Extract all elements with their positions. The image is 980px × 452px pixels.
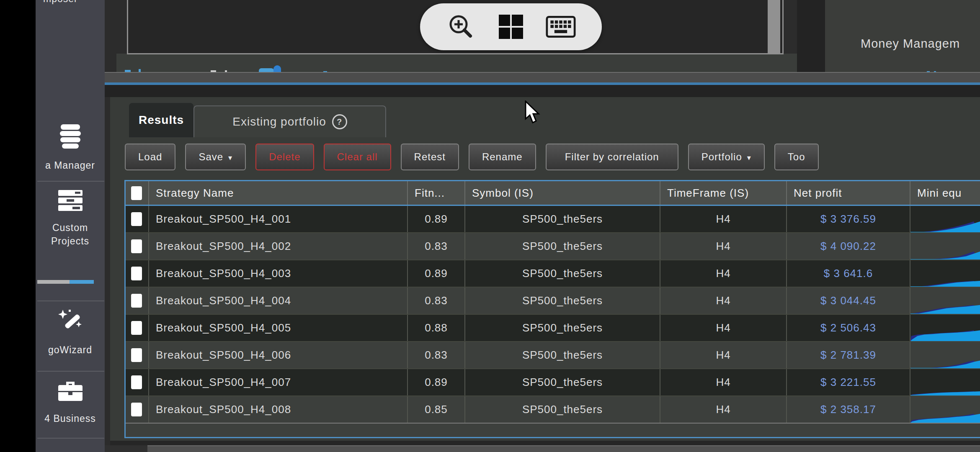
mini-equity-chart [910, 290, 980, 314]
mini-equity-chart [910, 236, 980, 259]
column-header-label: Strategy Name [156, 187, 234, 200]
column-header-symbol[interactable]: Symbol (IS) [465, 181, 660, 205]
table-row[interactable]: Breakout_SP500_H4_0070.89SP500_the5ersH4… [126, 368, 980, 396]
row-checkbox[interactable] [131, 294, 142, 308]
table-row[interactable]: Breakout_SP500_H4_0060.83SP500_the5ersH4… [126, 341, 980, 368]
column-header-timeframe[interactable]: TimeFrame (IS) [660, 181, 787, 205]
sidebar-item-label: Custom Projects [36, 221, 105, 248]
column-header-net_profit[interactable]: Net profit [787, 181, 910, 205]
cell-strategy-name: Breakout_SP500_H4_002 [149, 233, 408, 259]
sidebar-item-algowizard[interactable]: goWizard [36, 309, 105, 357]
row-checkbox[interactable] [131, 403, 142, 416]
button-rename[interactable]: Rename [469, 144, 536, 170]
chevron-down-icon: ▾ [747, 153, 751, 162]
left-black-strip [0, 0, 36, 452]
horizontal-splitter[interactable] [105, 72, 980, 82]
vertical-scrollbar-thumb[interactable] [768, 0, 780, 54]
column-header-check[interactable] [126, 181, 149, 205]
row-checkbox[interactable] [131, 348, 142, 362]
column-header-label: TimeFrame (IS) [667, 187, 749, 200]
cell-fitness-text: 0.85 [425, 403, 448, 416]
cell-timeframe: H4 [660, 260, 787, 287]
server-icon [36, 189, 105, 214]
sidebar-item-data-manager[interactable]: a Manager [36, 124, 105, 172]
cell-symbol: SP500_the5ers [465, 206, 660, 232]
mini-equity-chart [910, 209, 980, 232]
wand-icon [36, 309, 105, 336]
cell-checkbox [126, 342, 149, 368]
grid-icon[interactable] [496, 12, 526, 42]
tab-results[interactable]: Results [129, 103, 193, 137]
row-checkbox[interactable] [131, 239, 142, 253]
cell-net-profit-text: $ 3 641.6 [824, 267, 873, 280]
sidebar-item-label: goWizard [36, 343, 105, 357]
cell-symbol-text: SP500_the5ers [522, 267, 603, 280]
cell-checkbox [126, 233, 149, 259]
cell-checkbox [126, 206, 149, 232]
cell-strategy-name: Breakout_SP500_H4_004 [149, 288, 408, 314]
cell-symbol: SP500_the5ers [465, 260, 660, 287]
table-row[interactable]: Breakout_SP500_H4_0020.83SP500_the5ersH4… [126, 232, 980, 259]
cell-timeframe-text: H4 [716, 267, 730, 280]
table-row[interactable]: Breakout_SP500_H4_0050.88SP500_the5ersH4… [126, 314, 980, 341]
column-header-name[interactable]: Strategy Name [149, 181, 408, 205]
cell-mini-equity [910, 369, 980, 396]
sidebar-divider [37, 438, 104, 439]
cell-timeframe: H4 [660, 233, 787, 259]
row-checkbox[interactable] [131, 321, 142, 335]
cell-net-profit-text: $ 2 506.43 [820, 321, 876, 334]
cell-symbol: SP500_the5ers [465, 342, 660, 368]
table-row[interactable]: Breakout_SP500_H4_0080.85SP500_the5ersH4… [126, 396, 980, 423]
help-icon[interactable]: ? [332, 114, 347, 129]
button-clear-all[interactable]: Clear all [324, 144, 391, 170]
row-checkbox[interactable] [131, 212, 142, 226]
row-checkbox[interactable] [131, 267, 142, 280]
cell-strategy-name-text: Breakout_SP500_H4_006 [156, 349, 291, 362]
button-load[interactable]: Load [125, 144, 175, 170]
select-all-checkbox[interactable] [131, 186, 142, 200]
tab-existing-portfolio[interactable]: Existing portfolio ? [193, 105, 386, 137]
button-retest[interactable]: Retest [401, 144, 459, 170]
panel-gap-strip [797, 0, 825, 73]
table-row[interactable]: Breakout_SP500_H4_0010.89SP500_the5ersH4… [126, 206, 980, 232]
cell-fitness-text: 0.83 [425, 240, 448, 253]
cell-checkbox [126, 260, 149, 287]
cell-fitness: 0.83 [408, 342, 465, 368]
sidebar-item-business[interactable]: 4 Business [36, 380, 105, 425]
cell-fitness: 0.88 [408, 315, 465, 341]
cell-strategy-name: Breakout_SP500_H4_006 [149, 342, 408, 368]
column-header-label: Fitn... [415, 187, 445, 200]
cell-symbol: SP500_the5ers [465, 396, 660, 423]
cell-net-profit: $ 2 358.17 [787, 396, 910, 423]
cell-checkbox [126, 315, 149, 341]
table-row[interactable]: Breakout_SP500_H4_0040.83SP500_the5ersH4… [126, 287, 980, 314]
cell-fitness: 0.83 [408, 233, 465, 259]
button-delete[interactable]: Delete [255, 144, 314, 170]
horizontal-scrollbar[interactable] [147, 445, 980, 452]
table-scroll-strip[interactable] [126, 423, 980, 437]
table-row[interactable]: Breakout_SP500_H4_0030.89SP500_the5ersH4… [126, 259, 980, 287]
button-too[interactable]: Too [774, 144, 819, 170]
cell-symbol: SP500_the5ers [465, 233, 660, 259]
horizontal-scrollbar-track[interactable] [105, 445, 147, 452]
column-header-mini_equity[interactable]: Mini equ [910, 181, 980, 205]
button-portfolio[interactable]: Portfolio▾ [688, 144, 765, 170]
dark-gap-row [105, 85, 980, 97]
money-management-label: Money Managem [861, 37, 960, 51]
cell-timeframe: H4 [660, 206, 787, 232]
cell-net-profit: $ 3 641.6 [787, 260, 910, 287]
zoom-in-icon[interactable] [446, 12, 476, 42]
cell-fitness-text: 0.83 [425, 294, 448, 307]
row-checkbox[interactable] [131, 375, 142, 389]
cell-net-profit: $ 3 221.55 [787, 369, 910, 396]
column-header-fitness[interactable]: Fitn... [408, 181, 465, 205]
button-save[interactable]: Save▾ [185, 144, 246, 170]
keyboard-icon[interactable] [546, 12, 576, 42]
sidebar-divider [37, 181, 104, 182]
mini-equity-chart [910, 399, 980, 423]
cell-mini-equity [910, 288, 980, 314]
cell-timeframe: H4 [660, 369, 787, 396]
sidebar-item-custom-projects[interactable]: Custom Projects [36, 189, 105, 248]
button-label: Retest [414, 151, 446, 163]
button-filter-by-correlation[interactable]: Filter by correlation [546, 144, 678, 170]
